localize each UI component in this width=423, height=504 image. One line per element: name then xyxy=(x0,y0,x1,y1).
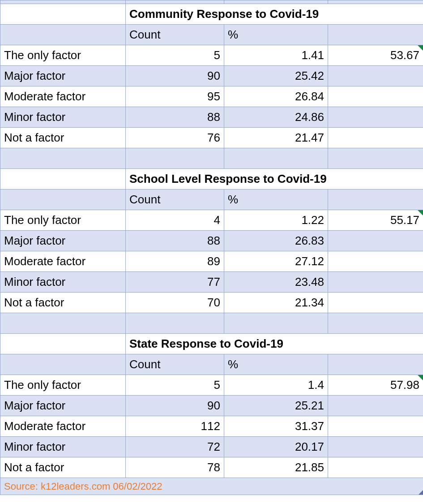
summary-cell[interactable]: 57.98 xyxy=(328,375,423,396)
blank-cell[interactable] xyxy=(0,334,126,354)
percent-cell[interactable]: 27.12 xyxy=(224,251,328,272)
row-label[interactable]: Minor factor xyxy=(0,437,126,457)
count-cell[interactable]: 90 xyxy=(126,396,224,416)
section-title[interactable]: State Response to Covid-19 xyxy=(126,334,423,354)
blank-cell[interactable] xyxy=(328,107,423,128)
count-header[interactable]: Count xyxy=(126,25,224,45)
count-cell[interactable]: 90 xyxy=(126,66,224,86)
blank-cell[interactable] xyxy=(328,66,423,86)
count-cell[interactable]: 95 xyxy=(126,86,224,107)
blank-cell[interactable] xyxy=(126,148,224,169)
blank-cell[interactable] xyxy=(328,437,423,457)
row-label[interactable]: Not a factor xyxy=(0,457,126,478)
spacer-row xyxy=(0,148,423,169)
blank-cell[interactable] xyxy=(328,272,423,293)
blank-cell[interactable] xyxy=(224,148,328,169)
blank-cell[interactable] xyxy=(126,313,224,334)
table-row: Minor factor 88 24.86 xyxy=(0,107,423,128)
blank-cell[interactable] xyxy=(328,293,423,313)
row-label[interactable]: Minor factor xyxy=(0,107,126,128)
percent-header[interactable]: % xyxy=(224,25,328,45)
percent-cell[interactable]: 23.48 xyxy=(224,272,328,293)
percent-cell[interactable]: 25.42 xyxy=(224,66,328,86)
table-row: The only factor 5 1.41 53.67 xyxy=(0,45,423,66)
blank-cell[interactable] xyxy=(0,169,126,190)
percent-cell[interactable]: 1.4 xyxy=(224,375,328,396)
percent-cell[interactable]: 20.17 xyxy=(224,437,328,457)
blank-cell[interactable] xyxy=(0,148,126,169)
column-headers-row: Count % xyxy=(0,190,423,210)
blank-cell[interactable] xyxy=(0,25,126,45)
count-header[interactable]: Count xyxy=(126,190,224,210)
percent-header[interactable]: % xyxy=(224,190,328,210)
count-cell[interactable]: 88 xyxy=(126,107,224,128)
source-text[interactable]: Source: k12leaders.com 06/02/2022 xyxy=(0,478,328,495)
row-label[interactable]: Moderate factor xyxy=(0,86,126,107)
blank-cell[interactable] xyxy=(0,313,126,334)
count-cell[interactable]: 72 xyxy=(126,437,224,457)
fill-handle-cell[interactable] xyxy=(328,478,423,495)
table-row: Minor factor 72 20.17 xyxy=(0,437,423,457)
percent-cell[interactable]: 26.84 xyxy=(224,86,328,107)
count-cell[interactable]: 5 xyxy=(126,375,224,396)
blank-cell[interactable] xyxy=(328,354,423,375)
section-title-row: Community Response to Covid-19 xyxy=(0,4,423,25)
table-row: Minor factor 77 23.48 xyxy=(0,272,423,293)
blank-cell[interactable] xyxy=(328,251,423,272)
blank-cell[interactable] xyxy=(328,128,423,148)
blank-cell[interactable] xyxy=(328,313,423,334)
count-cell[interactable]: 77 xyxy=(126,272,224,293)
blank-cell[interactable] xyxy=(328,190,423,210)
count-cell[interactable]: 70 xyxy=(126,293,224,313)
percent-header[interactable]: % xyxy=(224,354,328,375)
blank-cell[interactable] xyxy=(328,25,423,45)
table-row: Major factor 88 26.83 xyxy=(0,231,423,251)
count-cell[interactable]: 4 xyxy=(126,210,224,231)
count-cell[interactable]: 88 xyxy=(126,231,224,251)
percent-cell[interactable]: 24.86 xyxy=(224,107,328,128)
summary-cell[interactable]: 55.17 xyxy=(328,210,423,231)
row-label[interactable]: Not a factor xyxy=(0,293,126,313)
table-row: The only factor 5 1.4 57.98 xyxy=(0,375,423,396)
row-label[interactable]: Moderate factor xyxy=(0,416,126,437)
percent-cell[interactable]: 1.22 xyxy=(224,210,328,231)
percent-cell[interactable]: 25.21 xyxy=(224,396,328,416)
percent-cell[interactable]: 1.41 xyxy=(224,45,328,66)
blank-cell[interactable] xyxy=(224,313,328,334)
row-label[interactable]: Moderate factor xyxy=(0,251,126,272)
percent-cell[interactable]: 21.47 xyxy=(224,128,328,148)
table-row: Moderate factor 112 31.37 xyxy=(0,416,423,437)
summary-cell[interactable]: 53.67 xyxy=(328,45,423,66)
row-label[interactable]: The only factor xyxy=(0,210,126,231)
percent-cell[interactable]: 31.37 xyxy=(224,416,328,437)
section-title[interactable]: School Level Response to Covid-19 xyxy=(126,169,423,190)
blank-cell[interactable] xyxy=(328,457,423,478)
row-label[interactable]: The only factor xyxy=(0,375,126,396)
count-header[interactable]: Count xyxy=(126,354,224,375)
blank-cell[interactable] xyxy=(0,4,126,25)
percent-cell[interactable]: 21.85 xyxy=(224,457,328,478)
blank-cell[interactable] xyxy=(328,416,423,437)
blank-cell[interactable] xyxy=(328,148,423,169)
count-cell[interactable]: 89 xyxy=(126,251,224,272)
table-row: Moderate factor 89 27.12 xyxy=(0,251,423,272)
row-label[interactable]: Not a factor xyxy=(0,128,126,148)
percent-cell[interactable]: 26.83 xyxy=(224,231,328,251)
row-label[interactable]: Major factor xyxy=(0,231,126,251)
blank-cell[interactable] xyxy=(328,86,423,107)
count-cell[interactable]: 78 xyxy=(126,457,224,478)
blank-cell[interactable] xyxy=(328,231,423,251)
blank-cell[interactable] xyxy=(0,354,126,375)
count-cell[interactable]: 76 xyxy=(126,128,224,148)
count-cell[interactable]: 112 xyxy=(126,416,224,437)
row-label[interactable]: Major factor xyxy=(0,66,126,86)
partial-row-top xyxy=(0,0,423,4)
row-label[interactable]: Minor factor xyxy=(0,272,126,293)
blank-cell[interactable] xyxy=(0,190,126,210)
row-label[interactable]: Major factor xyxy=(0,396,126,416)
section-title[interactable]: Community Response to Covid-19 xyxy=(126,4,423,25)
count-cell[interactable]: 5 xyxy=(126,45,224,66)
blank-cell[interactable] xyxy=(328,396,423,416)
row-label[interactable]: The only factor xyxy=(0,45,126,66)
percent-cell[interactable]: 21.34 xyxy=(224,293,328,313)
